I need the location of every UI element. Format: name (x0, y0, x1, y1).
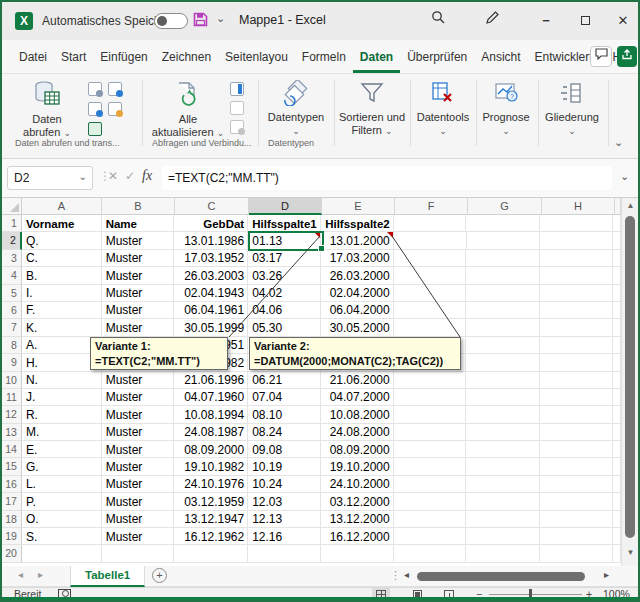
cell-B16[interactable]: Muster (102, 476, 175, 493)
cell-B13[interactable]: Muster (102, 424, 175, 441)
column-header-B[interactable]: B (102, 198, 175, 215)
cell-C20[interactable] (174, 545, 248, 562)
cell-G7[interactable] (466, 319, 540, 336)
cell-I13[interactable] (613, 424, 621, 441)
cell-C15[interactable]: 19.10.1982 (174, 458, 248, 475)
expand-formula-bar-icon[interactable]: ⌄ (620, 170, 629, 183)
cell-E12[interactable]: 10.08.2000 (321, 406, 394, 423)
row-header-13[interactable]: 13 (2, 424, 22, 441)
cell-C18[interactable]: 13.12.1947 (174, 511, 248, 528)
cell-I7[interactable] (613, 319, 621, 336)
cell-A18[interactable]: O. (22, 511, 102, 528)
cell-I8[interactable] (613, 337, 621, 354)
row-header-4[interactable]: 4 (2, 267, 22, 284)
cell-H12[interactable] (540, 406, 613, 423)
horizontal-scroll-thumb[interactable] (417, 572, 585, 581)
cell-D10[interactable]: 06.21 (248, 372, 321, 389)
cell-E14[interactable]: 08.09.2000 (321, 441, 394, 458)
cell-F1[interactable] (394, 215, 467, 232)
ribbon-tab-überprüfen[interactable]: Überprüfen (400, 41, 474, 73)
cell-F7[interactable] (394, 319, 467, 336)
cell-I3[interactable] (613, 250, 621, 267)
cell-G20[interactable] (466, 545, 540, 562)
cell-E3[interactable]: 17.03.2000 (321, 250, 394, 267)
cell-E7[interactable]: 30.05.2000 (321, 319, 394, 336)
cell-H6[interactable] (540, 302, 613, 319)
properties-icon[interactable] (230, 101, 244, 115)
cell-H13[interactable] (540, 424, 613, 441)
autosave-toggle[interactable] (154, 13, 188, 29)
scroll-up-icon[interactable]: ▲ (622, 201, 638, 210)
cell-E17[interactable]: 03.12.2000 (321, 493, 394, 510)
cell-G1[interactable] (466, 215, 540, 232)
collapse-ribbon-icon[interactable]: ⌄ (614, 136, 623, 149)
cell-E4[interactable]: 26.03.2000 (321, 267, 394, 284)
row-header-8[interactable]: 8 (2, 337, 22, 354)
cell-H17[interactable] (540, 493, 613, 510)
cell-H10[interactable] (540, 372, 613, 389)
cell-A13[interactable]: M. (22, 424, 102, 441)
comments-button[interactable] (590, 46, 612, 67)
cell-D18[interactable]: 12.13 (248, 511, 321, 528)
select-all-corner[interactable] (2, 198, 22, 215)
minimize-button[interactable]: − (535, 10, 557, 32)
cell-A16[interactable]: L. (22, 476, 102, 493)
cell-D14[interactable]: 09.08 (248, 441, 321, 458)
row-header-11[interactable]: 11 (2, 389, 22, 406)
ribbon-tab-seitenlayou[interactable]: Seitenlayou (218, 41, 295, 73)
outline-button[interactable]: Gliederung ⌄ (540, 80, 604, 138)
cell-A19[interactable]: S. (22, 528, 102, 545)
column-header-G[interactable]: G (468, 198, 542, 215)
cell-D2[interactable]: 01.13 (248, 232, 321, 249)
cell-I17[interactable] (613, 493, 621, 510)
cell-E11[interactable]: 04.07.2000 (321, 389, 394, 406)
cell-B10[interactable]: Muster (102, 372, 175, 389)
sheet-nav-left-icon[interactable]: ◂ (18, 569, 23, 580)
row-header-2[interactable]: 2 (2, 232, 22, 249)
cell-B5[interactable]: Muster (102, 285, 175, 302)
cell-F5[interactable] (394, 285, 467, 302)
cell-D1[interactable]: Hilfsspalte1 (248, 215, 321, 232)
data-tools-button[interactable]: Datentools ⌄ (412, 80, 474, 138)
cell-I4[interactable] (613, 267, 621, 284)
confirm-icon[interactable]: ✓ (125, 169, 135, 183)
cell-F12[interactable] (394, 406, 467, 423)
cell-D15[interactable]: 10.19 (248, 458, 321, 475)
cell-E1[interactable]: Hilfsspalte2 (321, 215, 394, 232)
add-sheet-button[interactable]: + (152, 568, 167, 583)
cell-A12[interactable]: R. (22, 406, 102, 423)
sort-filter-button[interactable]: Sortieren und Filtern ⌄ (336, 80, 408, 138)
cell-B6[interactable]: Muster (102, 302, 175, 319)
cell-C19[interactable]: 16.12.1962 (174, 528, 248, 545)
cell-F11[interactable] (394, 389, 467, 406)
cell-I11[interactable] (613, 389, 621, 406)
cell-G13[interactable] (466, 424, 540, 441)
ribbon-tab-ansicht[interactable]: Ansicht (474, 41, 527, 73)
from-web-icon[interactable] (88, 102, 102, 116)
cell-B20[interactable] (102, 545, 175, 562)
splitter-dots-icon[interactable]: ⋮ (390, 569, 401, 582)
cell-A20[interactable] (22, 545, 102, 562)
cell-B15[interactable]: Muster (102, 458, 175, 475)
row-header-9[interactable]: 9 (2, 354, 22, 371)
ribbon-tab-formeln[interactable]: Formeln (295, 41, 353, 73)
cell-C3[interactable]: 17.03.1952 (174, 250, 248, 267)
cell-H7[interactable] (540, 319, 613, 336)
cell-G11[interactable] (466, 389, 540, 406)
row-header-19[interactable]: 19 (2, 528, 22, 545)
cell-H1[interactable] (540, 215, 613, 232)
column-header-E[interactable]: E (322, 198, 395, 215)
cell-G10[interactable] (466, 372, 540, 389)
cell-B19[interactable]: Muster (102, 528, 175, 545)
cell-F3[interactable] (394, 250, 467, 267)
cell-A17[interactable]: P. (22, 493, 102, 510)
cell-H15[interactable] (540, 458, 613, 475)
cell-I5[interactable] (613, 285, 621, 302)
recent-sources-icon[interactable] (108, 82, 122, 96)
vertical-scrollbar[interactable]: ▲ ▼ (621, 198, 638, 566)
cell-A11[interactable]: J. (22, 389, 102, 406)
cell-H8[interactable] (540, 337, 613, 354)
cell-B17[interactable]: Muster (102, 493, 175, 510)
cell-I9[interactable] (613, 354, 621, 371)
cell-A14[interactable]: E. (22, 441, 102, 458)
